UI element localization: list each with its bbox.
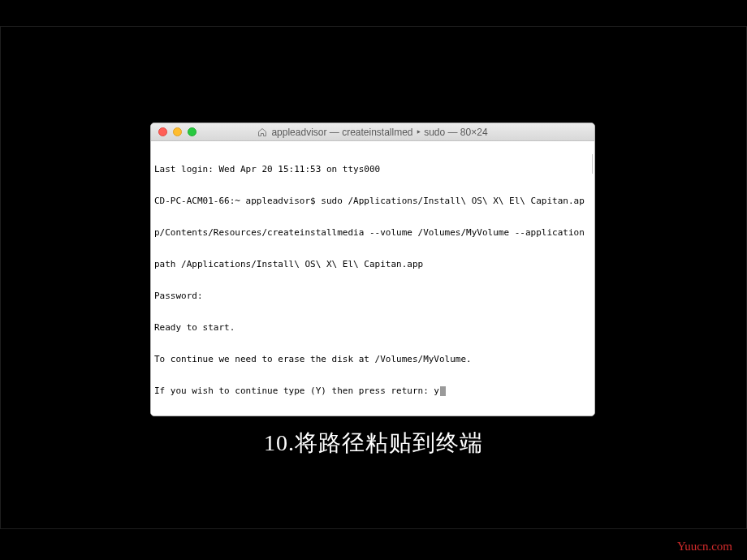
terminal-line: CD-PC-ACM01-66:~ appleadvisor$ sudo /App… <box>154 196 591 206</box>
terminal-line-text: If you wish to continue type (Y) then pr… <box>154 386 439 396</box>
traffic-lights <box>151 127 196 136</box>
watermark: Yuucn.com <box>677 540 732 554</box>
close-button[interactable] <box>158 127 167 136</box>
terminal-output[interactable]: Last login: Wed Apr 20 15:11:53 on ttys0… <box>151 141 594 416</box>
maximize-button[interactable] <box>188 127 196 136</box>
scrollbar[interactable] <box>592 154 593 174</box>
terminal-line: p/Contents/Resources/createinstallmedia … <box>154 227 591 238</box>
terminal-line: Ready to start. <box>154 322 591 333</box>
terminal-line: Password: <box>154 291 591 301</box>
terminal-line: To continue we need to erase the disk at… <box>154 354 591 364</box>
slide-caption: 10.将路径粘贴到终端 <box>0 428 747 459</box>
terminal-line: Last login: Wed Apr 20 15:11:53 on ttys0… <box>154 164 591 174</box>
minimize-button[interactable] <box>173 127 182 136</box>
window-titlebar[interactable]: appleadvisor — createinstallmed ‣ sudo —… <box>151 123 594 141</box>
terminal-prompt-line: If you wish to continue type (Y) then pr… <box>154 386 591 396</box>
window-title: appleadvisor — createinstallmed ‣ sudo —… <box>271 127 487 138</box>
home-icon <box>257 127 267 137</box>
terminal-line: path /Applications/Install\ OS\ X\ El\ C… <box>154 259 591 269</box>
terminal-cursor <box>440 386 446 396</box>
window-title-wrap: appleadvisor — createinstallmed ‣ sudo —… <box>151 127 594 138</box>
terminal-window: appleadvisor — createinstallmed ‣ sudo —… <box>150 123 595 416</box>
